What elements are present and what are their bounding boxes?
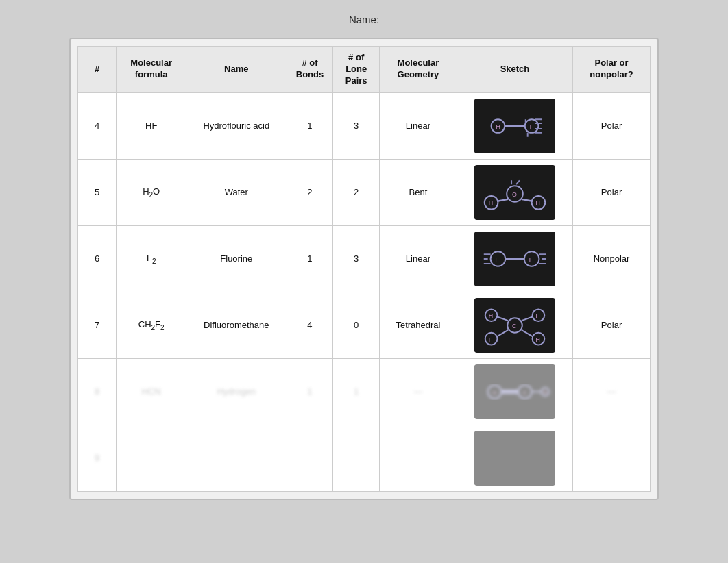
cell-lone-pairs <box>333 425 380 491</box>
cell-num: 8 <box>78 358 117 425</box>
cell-geometry: — <box>380 358 457 425</box>
cell-geometry: Bent <box>380 159 457 225</box>
table-row: 8 HCN Hydrogen 1 1 — H C N — <box>78 358 651 425</box>
svg-text:F: F <box>530 123 534 130</box>
sketch-image: H C N <box>474 364 555 419</box>
svg-rect-61 <box>474 431 555 485</box>
table-row: 4 HF Hydroflouric acid 1 3 Linear H F Po… <box>78 92 651 159</box>
svg-text:F: F <box>529 256 533 263</box>
cell-sketch: F F <box>457 225 572 292</box>
sketch-image: F F <box>474 232 555 286</box>
col-header-bonds: # of Bonds <box>287 47 333 93</box>
cell-lone-pairs: 3 <box>333 92 380 159</box>
svg-text:H: H <box>489 199 493 206</box>
cell-formula: HF <box>117 92 186 159</box>
cell-sketch: H C N <box>457 358 572 425</box>
cell-lone-pairs: 1 <box>333 358 380 425</box>
cell-polar: — <box>573 358 651 425</box>
cell-polar <box>573 425 651 491</box>
name-label: Name: <box>349 14 379 25</box>
col-header-geometry: Molecular Geometry <box>380 47 457 93</box>
table-row: 6 F2 Fluorine 1 3 Linear F F Nonpolar <box>78 225 651 292</box>
cell-lone-pairs: 2 <box>333 159 380 225</box>
cell-geometry: Linear <box>380 92 457 159</box>
cell-bonds: 1 <box>287 358 333 425</box>
cell-formula <box>117 425 186 491</box>
header-row: # Molecular formula Name # of Bonds # of… <box>78 47 651 93</box>
cell-polar: Polar <box>573 292 651 358</box>
cell-name: Hydroflouric acid <box>186 92 287 159</box>
cell-sketch: O H H <box>457 159 572 225</box>
cell-name: Fluorine <box>186 225 287 292</box>
col-header-sketch: Sketch <box>457 47 572 93</box>
cell-name: Water <box>186 159 287 225</box>
col-header-formula: Molecular formula <box>117 47 186 93</box>
cell-polar: Nonpolar <box>573 225 651 292</box>
cell-num: 4 <box>78 92 117 159</box>
svg-text:H: H <box>535 336 539 342</box>
cell-lone-pairs: 0 <box>333 292 380 358</box>
cell-geometry: Linear <box>380 225 457 292</box>
svg-text:F: F <box>535 312 539 319</box>
cell-num: 5 <box>78 159 117 225</box>
sketch-image: H F <box>474 99 555 153</box>
cell-bonds <box>287 425 333 491</box>
cell-bonds: 2 <box>287 159 333 225</box>
svg-text:H: H <box>489 312 493 319</box>
svg-text:N: N <box>543 389 547 395</box>
cell-sketch: H F <box>457 92 572 159</box>
col-header-num: # <box>78 47 117 93</box>
cell-bonds: 4 <box>287 292 333 358</box>
cell-sketch: C H F F H <box>457 292 572 358</box>
col-header-polar: Polar or nonpolar? <box>573 47 651 93</box>
cell-geometry: Tetrahedral <box>380 292 457 358</box>
cell-polar: Polar <box>573 159 651 225</box>
cell-bonds: 1 <box>287 225 333 292</box>
svg-text:F: F <box>489 336 493 342</box>
sketch-image: C H F F H <box>474 298 555 353</box>
table-row: 7 CH2F2 Difluoromethane 4 0 Tetrahedral … <box>78 292 651 358</box>
svg-text:O: O <box>512 191 517 198</box>
svg-text:H: H <box>496 123 500 130</box>
sketch-image <box>474 431 555 486</box>
cell-formula: H2O <box>117 159 186 225</box>
cell-formula: CH2F2 <box>117 292 186 358</box>
cell-num: 9 <box>78 425 117 491</box>
cell-name: Difluoromethane <box>186 292 287 358</box>
cell-lone-pairs: 3 <box>333 225 380 292</box>
svg-text:C: C <box>512 323 517 329</box>
cell-num: 6 <box>78 225 117 292</box>
cell-geometry <box>380 425 457 491</box>
svg-text:F: F <box>495 256 499 263</box>
col-header-name: Name <box>186 47 287 93</box>
svg-text:C: C <box>523 390 527 396</box>
cell-formula: F2 <box>117 225 186 292</box>
cell-formula: HCN <box>117 358 186 425</box>
cell-num: 7 <box>78 292 117 358</box>
table-row: 9 <box>78 425 651 491</box>
chemistry-table: # Molecular formula Name # of Bonds # of… <box>77 46 651 492</box>
sketch-image: O H H <box>474 165 555 220</box>
cell-name <box>186 425 287 491</box>
svg-text:H: H <box>535 199 539 206</box>
cell-polar: Polar <box>573 92 651 159</box>
svg-text:H: H <box>493 390 497 396</box>
cell-bonds: 1 <box>287 92 333 159</box>
col-header-lone: # of Lone Pairs <box>333 47 380 93</box>
cell-name: Hydrogen <box>186 358 287 425</box>
cell-sketch <box>457 425 572 491</box>
table-row: 5 H2O Water 2 2 Bent O H H Polar <box>78 159 651 225</box>
table-wrapper: # Molecular formula Name # of Bonds # of… <box>69 38 659 500</box>
